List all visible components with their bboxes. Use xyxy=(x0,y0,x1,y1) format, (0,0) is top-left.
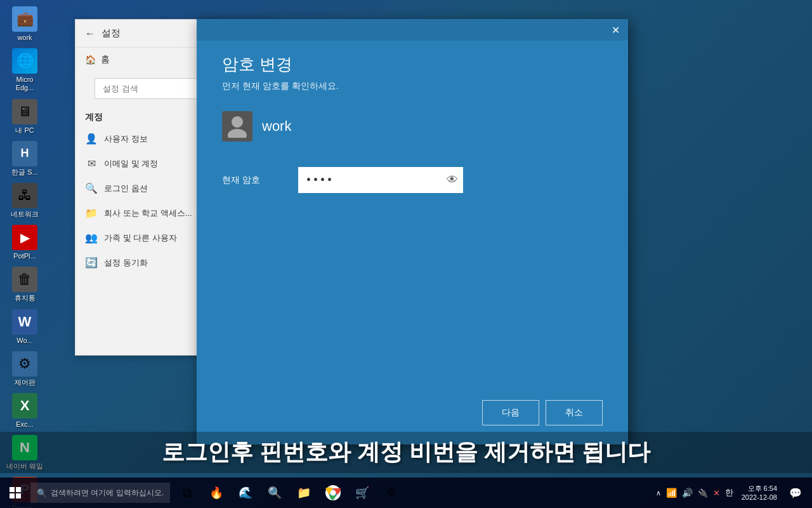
password-cancel-button[interactable]: 취소 xyxy=(546,400,603,425)
user-info-label: 사용자 정보 xyxy=(104,133,148,145)
svg-point-11 xyxy=(331,490,336,496)
password-current-input-wrapper: 👁 xyxy=(298,167,463,193)
word-icon: W xyxy=(12,309,37,335)
controlpanel-icon: ⚙ xyxy=(12,351,37,377)
email-icon: ✉ xyxy=(85,157,98,170)
password-user-row: work xyxy=(222,111,603,142)
tray-x[interactable]: ✕ xyxy=(713,488,720,498)
password-dialog-titlebar: ✕ xyxy=(197,19,628,41)
taskbar-time: 오후 6:54 xyxy=(748,484,777,493)
settings-panel-title: 설정 xyxy=(102,27,121,39)
taskbar-store-app[interactable]: 🛒 xyxy=(348,479,376,507)
desktop-icon-controlpanel[interactable]: ⚙ 제어판 xyxy=(3,351,46,387)
network-icon-label: 네트워크 xyxy=(11,210,39,218)
home-icon: 🏠 xyxy=(85,55,96,65)
taskbar-search-app[interactable]: 🔍 xyxy=(261,479,289,507)
taskbar-settings-app[interactable]: ⚙ xyxy=(377,479,405,507)
potplayer-icon: ▶ xyxy=(12,225,37,250)
desktop-icon-potplayer[interactable]: ▶ PotPl... xyxy=(3,225,46,260)
password-next-button[interactable]: 다음 xyxy=(482,400,539,425)
taskbar-systray: ∧ 📶 🔊 🔌 ✕ 한 xyxy=(656,487,733,498)
tray-lang[interactable]: 한 xyxy=(725,487,733,498)
password-current-input[interactable] xyxy=(298,167,463,193)
password-dialog-subtitle: 먼저 현재 암호를 확인하세요. xyxy=(222,81,603,92)
svg-point-3 xyxy=(232,116,243,128)
recycle-icon: 🗑 xyxy=(12,267,37,292)
desktop-icon-mypc[interactable]: 🖥 내 PC xyxy=(3,99,46,135)
desktop-icon-word[interactable]: W Wo... xyxy=(3,309,46,345)
company-icon: 📁 xyxy=(85,207,98,219)
svg-rect-5 xyxy=(10,487,15,492)
password-current-label: 현재 암호 xyxy=(222,175,285,186)
password-dialog-close-button[interactable]: ✕ xyxy=(608,22,623,37)
taskbar-start-button[interactable] xyxy=(0,478,30,508)
taskbar-search-box[interactable]: 🔍 검색하려면 여기에 입력하십시오. xyxy=(30,483,170,503)
password-dialog-buttons: 다음 취소 xyxy=(482,400,603,425)
password-eye-icon[interactable]: 👁 xyxy=(447,173,458,187)
desktop-icon-recycle[interactable]: 🗑 휴지통 xyxy=(3,267,46,302)
tray-network[interactable]: 📶 xyxy=(666,488,677,498)
svg-point-4 xyxy=(228,129,247,138)
recycle-icon-label: 휴지통 xyxy=(15,294,36,302)
password-current-field-row: 현재 암호 👁 xyxy=(222,167,603,193)
password-user-avatar xyxy=(222,111,252,142)
excel-icon-label: Exc... xyxy=(16,420,34,429)
bottom-subtitle-text: 로그인후 핀번호와 계정 비번을 제거하면 됩니다 xyxy=(0,432,812,473)
family-icon: 👥 xyxy=(85,232,98,244)
login-icon: 🔍 xyxy=(85,182,98,194)
work-icon: 💼 xyxy=(12,6,37,32)
family-label: 가족 및 다른 사용자 xyxy=(104,232,177,244)
taskbar-chrome-app[interactable] xyxy=(319,479,347,507)
taskbar-search-icon: 🔍 xyxy=(37,488,47,498)
word-icon-label: Wo... xyxy=(16,337,32,345)
desktop-icon-excel[interactable]: X Exc... xyxy=(3,393,46,429)
company-label: 회사 또는 학교 액세스... xyxy=(104,208,192,219)
edge-icon-label: MicroEdg... xyxy=(16,76,34,92)
tray-sound[interactable]: 🔊 xyxy=(682,488,693,498)
email-label: 이메일 및 계정 xyxy=(104,158,158,170)
password-dialog-title: 암호 변경 xyxy=(222,53,603,76)
password-dialog: ✕ 암호 변경 먼저 현재 암호를 확인하세요. work 현재 암호 👁 xyxy=(197,19,628,444)
hangul-icon-label: 한글 S... xyxy=(11,168,38,177)
password-dialog-content: 암호 변경 먼저 현재 암호를 확인하세요. work 현재 암호 👁 xyxy=(197,41,628,444)
desktop-icon-edge[interactable]: 🌐 MicroEdg... xyxy=(3,48,46,92)
desktop-icon-network[interactable]: 🖧 네트워크 xyxy=(3,183,46,218)
svg-rect-7 xyxy=(10,493,15,498)
password-username: work xyxy=(262,118,291,135)
user-info-icon: 👤 xyxy=(85,133,98,145)
taskbar-clock[interactable]: 오후 6:54 2022-12-08 xyxy=(737,484,782,502)
taskbar-search-placeholder: 검색하려면 여기에 입력하십시오. xyxy=(51,488,164,498)
taskbar-apps: ⧉ 🔥 🌊 🔍 📁 🛒 ⚙ xyxy=(173,479,405,507)
taskbar-files-app[interactable]: 📁 xyxy=(290,479,318,507)
settings-back-button[interactable]: ← xyxy=(85,28,95,39)
taskbar-browser-app[interactable]: 🌊 xyxy=(232,479,259,507)
settings-home-label: 홈 xyxy=(101,54,110,65)
sync-label: 설정 동기화 xyxy=(104,257,148,269)
desktop: 💼 work 🌐 MicroEdg... 🖥 내 PC H 한글 S... 🖧 … xyxy=(0,0,812,508)
desktop-icon-work[interactable]: 💼 work xyxy=(3,6,46,42)
taskbar-task-view[interactable]: ⧉ xyxy=(173,479,201,507)
taskbar-date: 2022-12-08 xyxy=(742,493,777,502)
controlpanel-icon-label: 제어판 xyxy=(15,378,36,387)
svg-rect-6 xyxy=(16,487,21,492)
svg-rect-8 xyxy=(16,493,21,498)
tray-battery[interactable]: 🔌 xyxy=(698,488,708,498)
taskbar: 🔍 검색하려면 여기에 입력하십시오. ⧉ 🔥 🌊 🔍 📁 🛒 ⚙ xyxy=(0,478,812,508)
edge-icon: 🌐 xyxy=(12,48,37,74)
tray-chevron[interactable]: ∧ xyxy=(656,489,661,497)
mypc-icon: 🖥 xyxy=(12,99,37,124)
sync-icon: 🔄 xyxy=(85,257,98,269)
login-label: 로그인 옵션 xyxy=(104,183,148,194)
potplayer-icon-label: PotPl... xyxy=(13,252,36,260)
taskbar-fire-app[interactable]: 🔥 xyxy=(202,479,230,507)
hangul-icon: H xyxy=(12,141,37,166)
work-icon-label: work xyxy=(17,34,32,42)
excel-icon: X xyxy=(12,393,37,418)
desktop-icon-hangul[interactable]: H 한글 S... xyxy=(3,141,46,177)
taskbar-notification-button[interactable]: 💬 xyxy=(785,478,806,508)
taskbar-right-area: ∧ 📶 🔊 🔌 ✕ 한 오후 6:54 2022-12-08 💬 xyxy=(656,478,812,508)
mypc-icon-label: 내 PC xyxy=(15,126,34,135)
network-icon: 🖧 xyxy=(12,183,37,208)
